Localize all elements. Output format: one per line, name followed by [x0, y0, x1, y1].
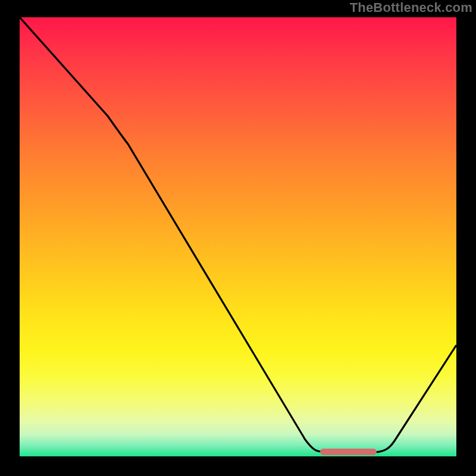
plot-area [20, 17, 456, 456]
curve-svg [20, 17, 456, 456]
watermark-text: TheBottleneck.com [350, 0, 472, 15]
flat-segment-marker [320, 449, 377, 455]
bottleneck-chart: TheBottleneck.com [0, 0, 476, 476]
bottleneck-curve-path [20, 17, 456, 452]
